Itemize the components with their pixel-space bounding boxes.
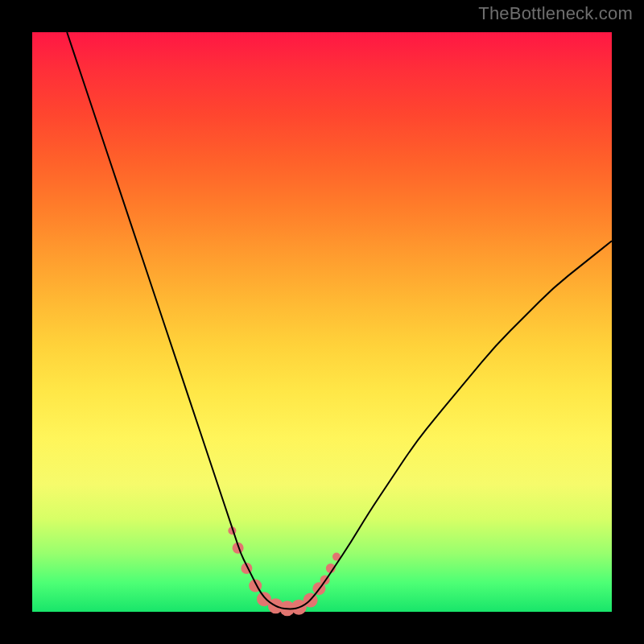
chart-frame: TheBottleneck.com: [0, 0, 644, 644]
plot-svg: [32, 32, 612, 612]
curve-series: [67, 32, 612, 609]
watermark-text: TheBottleneck.com: [478, 3, 633, 24]
markers-group: [228, 526, 341, 616]
